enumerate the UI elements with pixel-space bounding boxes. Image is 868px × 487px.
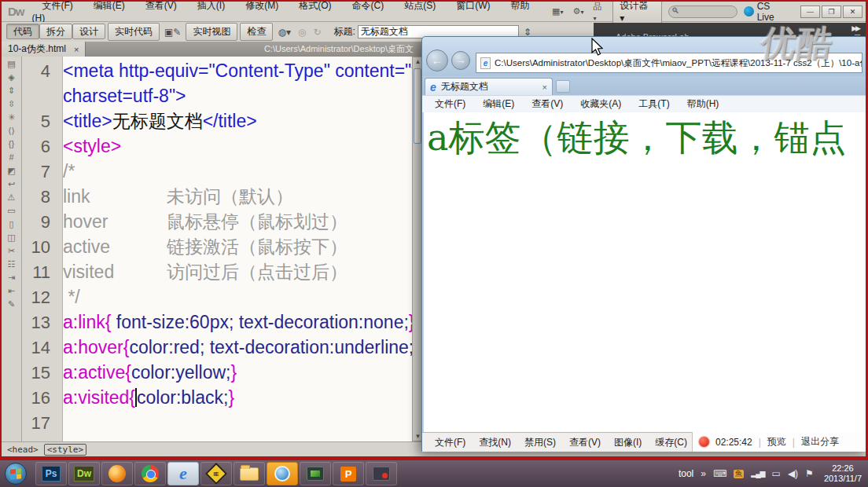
dw-menu-item-4[interactable]: 修改(M) — [235, 0, 289, 11]
dw-menu-item-0[interactable]: 文件(F) — [32, 0, 83, 11]
code-line-8: 8link未访问（默认） — [22, 184, 425, 209]
browser-menu-item-4[interactable]: 工具(T) — [631, 97, 677, 111]
site-icon[interactable]: 品▾ — [591, 1, 606, 22]
browser-menu-item-5[interactable]: 帮助(H) — [679, 97, 727, 111]
format-source-code-icon[interactable]: ✎ — [8, 300, 15, 309]
minimize-button[interactable]: — — [800, 5, 820, 18]
live-code-button[interactable]: 实时代码 — [108, 23, 160, 41]
photoshop-taskbar-button[interactable]: Ps — [35, 462, 67, 485]
scroll-down-icon[interactable]: ▼ — [414, 433, 421, 440]
browser-tab-close-icon[interactable]: × — [542, 82, 547, 92]
page-anchor-text[interactable]: a标签（链接，下载，锚点 — [424, 112, 867, 163]
browser-tab[interactable]: e 无标题文档 × — [425, 78, 553, 95]
bottom-menu-item-4[interactable]: 图像(I) — [608, 436, 648, 449]
dw-menu-item-5[interactable]: 格式(O) — [289, 0, 341, 11]
indent-code-icon[interactable]: ⇥ — [8, 273, 15, 282]
keyboard-icon[interactable]: ⌨ — [713, 469, 726, 478]
browser-menu-item-1[interactable]: 编辑(E) — [475, 97, 522, 111]
bottom-menu-item-0[interactable]: 文件(F) — [428, 436, 472, 449]
bottom-menu-item-5[interactable]: 缓存(C) — [649, 436, 693, 449]
recent-snippets-icon[interactable]: ✂ — [8, 247, 15, 255]
show-code-navigator-icon[interactable]: ◈ — [8, 73, 14, 82]
inspect-mode-icon[interactable]: ▣✎ — [162, 27, 183, 38]
bottom-menu-item-1[interactable]: 查找(N) — [473, 436, 517, 449]
ime-icon[interactable]: 魚 — [734, 470, 744, 478]
dw-menu-item-8[interactable]: 窗口(W) — [446, 0, 500, 11]
open-documents-icon[interactable]: ▤ — [7, 60, 15, 68]
volume-icon[interactable]: ◀) — [788, 469, 798, 478]
code-line-14: 14a:hover{color:red; text-decoration:und… — [22, 335, 425, 360]
expand-all-icon[interactable]: ✳ — [8, 113, 15, 122]
dw-menu-item-2[interactable]: 查看(V) — [135, 0, 187, 11]
browser-menu-item-2[interactable]: 查看(V) — [524, 97, 571, 111]
view-button-0[interactable]: 代码 — [6, 24, 39, 39]
tag-selector-0[interactable]: <head> — [5, 445, 41, 455]
outdent-code-icon[interactable]: ⇤ — [8, 287, 15, 295]
restore-button[interactable]: ❐ — [822, 5, 841, 18]
overflow-chevron-icon[interactable]: » — [701, 469, 706, 478]
dw-menu-item-3[interactable]: 插入(I) — [187, 0, 235, 11]
chrome-taskbar-button[interactable] — [134, 462, 166, 485]
dreamweaver-taskbar-button[interactable]: Dw — [68, 462, 100, 485]
move-css-rule-icon[interactable]: ☷ — [8, 260, 16, 269]
inspect-button[interactable]: 检查 — [240, 23, 273, 41]
firefox-taskbar-button[interactable] — [101, 462, 133, 485]
back-button[interactable]: ← — [426, 49, 448, 71]
close-button[interactable]: ✕ — [843, 5, 862, 18]
browser-menubar: 文件(F)编辑(E)查看(V)收藏夹(A)工具(T)帮助(H) — [422, 95, 867, 112]
extend-gear-icon[interactable]: ⚙▾ — [572, 6, 586, 16]
collapse-full-tag-icon[interactable]: ⇕ — [8, 86, 15, 95]
dw-menu-item-6[interactable]: 命令(C) — [341, 0, 394, 11]
dw-menu-item-1[interactable]: 编辑(E) — [83, 0, 135, 11]
bottom-menu-item-2[interactable]: 禁用(S) — [518, 436, 562, 449]
scrollbar-thumb[interactable] — [414, 68, 421, 144]
document-tab[interactable]: 10-a伪类.html × — [2, 42, 86, 57]
check-out-icon[interactable]: ◎ — [296, 27, 308, 38]
browser-menu-item-3[interactable]: 收藏夹(A) — [572, 97, 629, 111]
refresh-icon[interactable]: ↻ — [311, 27, 323, 38]
internet-explorer-taskbar-button[interactable]: e — [167, 462, 199, 485]
collapse-selection-icon[interactable]: ⇳ — [8, 100, 15, 108]
image-viewer-taskbar-button[interactable] — [300, 462, 331, 485]
display-icon[interactable]: ▭ — [772, 469, 781, 478]
view-button-1[interactable]: 拆分 — [39, 24, 72, 39]
screen-recorder-taskbar-button[interactable] — [366, 462, 397, 485]
wps-presentation-taskbar-button[interactable]: P — [333, 462, 364, 485]
camera-taskbar-button[interactable] — [267, 462, 298, 485]
ietester-taskbar-button[interactable]: IE — [200, 462, 232, 485]
collapse-panels-icon[interactable]: ▶▶ — [851, 24, 859, 32]
signal-icon[interactable]: ▂▄▆ — [751, 471, 764, 478]
taskbar-clock[interactable]: 22:26 2013/11/7 — [821, 463, 862, 484]
select-parent-tag-icon[interactable]: ⟨⟩ — [8, 126, 15, 135]
scroll-up-icon[interactable]: ▲ — [414, 58, 421, 65]
live-view-button[interactable]: 实时视图 — [186, 23, 237, 41]
dw-menu-item-7[interactable]: 站点(S) — [394, 0, 446, 11]
document-tab-close-icon[interactable]: × — [74, 45, 79, 54]
preview-button[interactable]: 预览 — [767, 435, 786, 449]
view-button-2[interactable]: 设计 — [72, 24, 105, 39]
remove-comment-icon[interactable]: ▯ — [9, 220, 13, 229]
start-button[interactable] — [5, 463, 27, 485]
highlight-invalid-code-icon[interactable]: ◩ — [7, 167, 15, 175]
layout-switcher-icon[interactable]: ▦▾ — [550, 6, 565, 16]
bottom-menu-item-3[interactable]: 查看(V) — [563, 436, 607, 449]
exit-share-button[interactable]: 退出分享 — [801, 435, 839, 449]
new-tab-button[interactable] — [556, 80, 570, 93]
preview-globe-icon[interactable]: ◍▾ — [275, 27, 293, 38]
tag-selector-1[interactable]: <style> — [44, 444, 86, 456]
line-number: 14 — [22, 335, 57, 361]
code-segment: a:link{ — [63, 312, 111, 332]
word-wrap-icon[interactable]: ↩ — [8, 180, 15, 189]
browser-menu-item-0[interactable]: 文件(F) — [427, 97, 473, 111]
wrap-tag-icon[interactable]: ◫ — [7, 233, 15, 242]
forward-button[interactable]: → — [451, 51, 470, 70]
cs-live[interactable]: CS Live — [744, 1, 789, 23]
syntax-error-alerts-icon[interactable]: ⚠ — [8, 193, 16, 202]
browser-viewport: a标签（链接，下载，锚点 — [424, 112, 867, 432]
apply-comment-icon[interactable]: ▭ — [7, 207, 15, 215]
file-explorer-taskbar-button[interactable] — [234, 462, 265, 485]
network-icon[interactable]: ⚑ — [805, 469, 814, 478]
line-numbers-icon[interactable]: # — [9, 153, 13, 162]
balance-braces-icon[interactable]: {} — [9, 140, 14, 148]
code-editor[interactable]: 4<meta http-equiv="Content-Type" content… — [22, 57, 425, 441]
